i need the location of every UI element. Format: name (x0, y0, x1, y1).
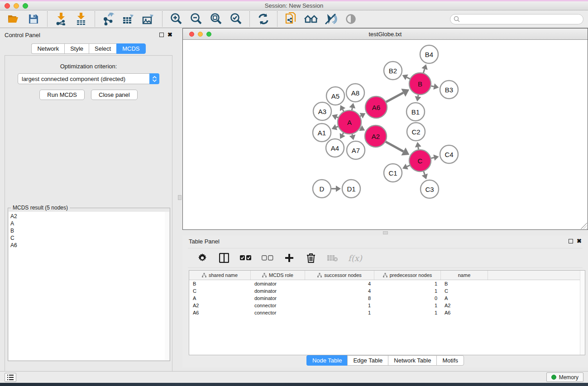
tab-network-table[interactable]: Network Table (388, 355, 436, 366)
graph-edge-arrow (415, 96, 421, 101)
graph-edge[interactable] (337, 117, 338, 118)
table-row[interactable]: Cdominator41C (189, 287, 585, 295)
column-header-successor-nodes[interactable]: successor nodes (305, 271, 374, 280)
graph-edge[interactable] (343, 110, 344, 111)
table-row[interactable]: A2connector11A2 (189, 302, 585, 309)
zoom-in-icon[interactable] (169, 12, 183, 26)
minimize-network-icon[interactable] (198, 32, 203, 37)
mcds-result-list[interactable]: A2 A B C A6 (9, 212, 169, 360)
import-table-icon[interactable] (74, 12, 88, 26)
result-item[interactable]: C (10, 234, 165, 242)
maximize-network-icon[interactable] (206, 32, 211, 37)
optimization-criterion-select[interactable]: largest connected component (directed) (18, 73, 159, 84)
export-table-icon[interactable] (121, 12, 136, 26)
graph-node-label: D1 (347, 185, 355, 193)
graph-edge[interactable] (418, 95, 418, 97)
graph-edge[interactable] (360, 116, 361, 116)
graph-edge[interactable] (352, 134, 353, 135)
resize-grip-icon[interactable] (581, 223, 587, 229)
task-history-icon[interactable] (5, 373, 16, 382)
table-scrollbar[interactable] (580, 271, 585, 355)
tab-motifs[interactable]: Motifs (436, 355, 464, 366)
run-mcds-button[interactable]: Run MCDS (39, 90, 85, 100)
graph-edge[interactable] (352, 108, 352, 110)
delete-column-icon[interactable] (305, 252, 317, 264)
float-panel-icon[interactable] (159, 33, 164, 37)
tab-style[interactable]: Style (64, 43, 89, 54)
import-network-icon[interactable] (54, 12, 68, 26)
close-network-icon[interactable] (189, 32, 194, 37)
graph-edge[interactable] (386, 93, 403, 102)
function-builder-icon[interactable]: f(x) (348, 253, 362, 263)
delete-table-icon[interactable] (326, 252, 339, 264)
graph-edge[interactable] (386, 142, 403, 152)
graph-edge-arrow (433, 154, 439, 161)
hide-details-icon[interactable] (324, 12, 338, 26)
float-panel-icon[interactable] (569, 239, 573, 243)
add-column-icon[interactable] (283, 252, 296, 264)
table-row[interactable]: Bdominator41B (189, 280, 585, 287)
close-panel-button[interactable]: Close panel (91, 90, 138, 100)
maximize-window-icon[interactable] (23, 3, 28, 9)
vertical-splitter[interactable] (177, 28, 182, 371)
graph-edge[interactable] (407, 165, 410, 167)
tab-network[interactable]: Network (31, 43, 64, 54)
close-window-icon[interactable] (5, 3, 10, 9)
splitter-grip[interactable] (178, 195, 182, 200)
result-item[interactable]: A2 (10, 213, 165, 220)
memory-button[interactable]: Memory (546, 372, 583, 382)
result-item[interactable]: B (10, 227, 165, 234)
search-field-wrap (450, 14, 583, 24)
result-item[interactable]: A6 (10, 242, 165, 249)
result-item[interactable]: A (10, 220, 165, 227)
settings-gear-icon[interactable] (196, 252, 209, 264)
mcds-tab-content: Optimization criterion: largest connecte… (5, 55, 172, 386)
show-details-icon[interactable] (344, 12, 358, 26)
first-neighbors-icon[interactable] (304, 12, 318, 26)
search-input[interactable] (450, 14, 583, 24)
zoom-selected-icon[interactable] (229, 12, 243, 26)
deselect-all-icon[interactable] (261, 252, 274, 264)
export-image-icon[interactable] (141, 12, 156, 26)
network-window-titlebar[interactable]: testGlobe.txt (183, 29, 588, 40)
graph-node-label: B1 (411, 108, 420, 116)
column-visibility-icon[interactable] (218, 252, 230, 264)
graph-edge[interactable] (336, 127, 338, 127)
table-row[interactable]: A6connector11A6 (189, 309, 585, 316)
graph-node-label: B3 (445, 86, 453, 94)
network-canvas[interactable]: AA6A2BCA1A3A4A5A7A8B1B2B3B4C1C2C3C4DD1 (183, 40, 588, 229)
node-table[interactable]: shared name MCDS role successor nodes pr… (189, 270, 585, 355)
graph-node-label: D (320, 185, 325, 193)
graph-edge[interactable] (431, 157, 434, 158)
apply-layout-icon[interactable] (256, 12, 271, 26)
horizontal-splitter[interactable] (182, 230, 588, 235)
graph-edge[interactable] (424, 172, 425, 175)
graph-edge[interactable] (418, 147, 419, 150)
save-session-icon[interactable] (26, 12, 41, 26)
tab-edge-table[interactable]: Edge Table (347, 355, 388, 366)
graph-edge[interactable] (423, 69, 425, 73)
graph-edge-arrow (336, 186, 341, 192)
column-header-mcds-role[interactable]: MCDS role (251, 271, 305, 280)
open-file-icon[interactable] (6, 12, 21, 26)
zoom-fit-icon[interactable] (209, 12, 223, 26)
column-header-shared-name[interactable]: shared name (189, 271, 251, 280)
graph-edge[interactable] (431, 86, 434, 86)
duplicate-network-icon[interactable] (284, 12, 298, 26)
graph-edge[interactable] (407, 77, 410, 79)
close-panel-icon[interactable]: ✖ (577, 239, 582, 243)
tab-node-table[interactable]: Node Table (306, 355, 348, 366)
tab-mcds[interactable]: MCDS (116, 43, 145, 54)
tab-select[interactable]: Select (89, 43, 116, 54)
select-all-icon[interactable] (239, 252, 252, 264)
table-row[interactable]: Adominator80A (189, 295, 585, 302)
graph-edge[interactable] (343, 133, 344, 135)
column-header-name[interactable]: name (441, 271, 488, 280)
column-header-predecessor-nodes[interactable]: predecessor nodes (374, 271, 441, 280)
network-graph[interactable]: AA6A2BCA1A3A4A5A7A8B1B2B3B4C1C2C3C4DD1 (183, 40, 588, 229)
zoom-out-icon[interactable] (189, 12, 203, 26)
splitter-grip[interactable] (383, 231, 388, 234)
export-network-icon[interactable] (101, 12, 116, 26)
close-panel-icon[interactable]: ✖ (167, 33, 172, 37)
minimize-window-icon[interactable] (14, 3, 19, 9)
